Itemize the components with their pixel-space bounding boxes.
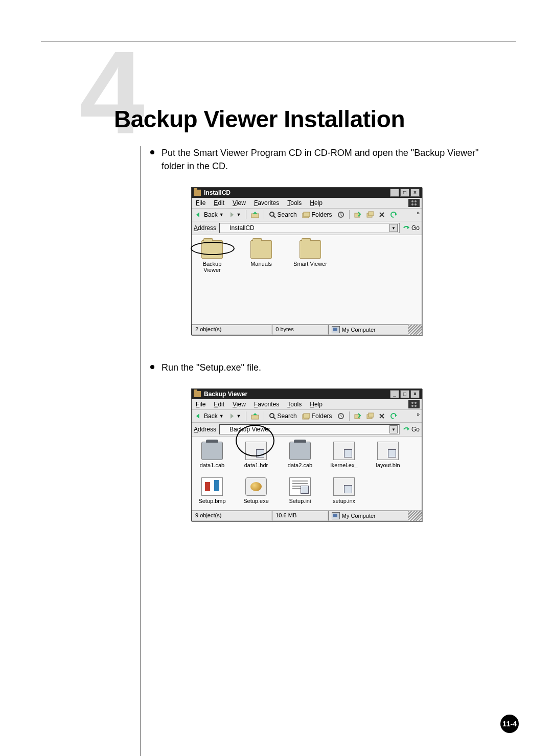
status-bar: 2 object(s) 0 bytes My Computer bbox=[192, 324, 422, 335]
windows-logo-icon bbox=[408, 199, 420, 207]
delete-button[interactable] bbox=[377, 413, 386, 420]
minimize-button[interactable]: _ bbox=[390, 390, 399, 398]
svg-line-11 bbox=[273, 417, 275, 419]
close-button[interactable]: × bbox=[410, 189, 420, 197]
up-button[interactable] bbox=[249, 211, 261, 219]
my-computer-icon bbox=[332, 512, 340, 519]
forward-dropdown-icon[interactable]: ▼ bbox=[237, 414, 241, 419]
bmp-icon bbox=[201, 477, 223, 496]
file-item-layout-bin[interactable]: Alayout.bin bbox=[371, 442, 405, 468]
forward-dropdown-icon[interactable]: ▼ bbox=[237, 212, 241, 217]
menu-file[interactable]: File bbox=[194, 199, 208, 207]
file-item-data1-hdr[interactable]: Adata1.hdr bbox=[239, 442, 273, 468]
address-folder-icon bbox=[221, 225, 227, 231]
generic-file-icon: A bbox=[245, 442, 267, 460]
move-to-button[interactable] bbox=[353, 211, 363, 219]
generic-file-icon: A bbox=[333, 442, 355, 460]
menu-tools[interactable]: Tools bbox=[285, 199, 304, 207]
close-button[interactable]: × bbox=[410, 390, 420, 398]
back-button[interactable]: Back ▼ bbox=[194, 412, 225, 420]
history-button[interactable] bbox=[336, 211, 346, 219]
file-item-ikernel-ex[interactable]: Aikernel.ex_ bbox=[327, 442, 361, 468]
back-dropdown-icon[interactable]: ▼ bbox=[219, 414, 224, 419]
file-item-setup-inx[interactable]: Asetup.inx bbox=[327, 477, 361, 504]
status-object-count: 9 object(s) bbox=[192, 511, 272, 521]
minimize-button[interactable]: _ bbox=[390, 189, 399, 197]
svg-rect-17 bbox=[369, 413, 374, 417]
undo-button[interactable] bbox=[388, 413, 399, 420]
history-button[interactable] bbox=[336, 412, 346, 420]
up-button[interactable] bbox=[249, 412, 261, 420]
file-item-setup-exe[interactable]: Setup.exe bbox=[239, 477, 273, 504]
address-field[interactable]: Backup Viewer ▼ bbox=[219, 424, 400, 434]
address-dropdown-icon[interactable]: ▼ bbox=[389, 425, 398, 433]
folder-item-manuals[interactable]: Manuals bbox=[244, 240, 279, 273]
delete-x-icon bbox=[379, 212, 385, 218]
window-title: Backup Viewer bbox=[204, 391, 247, 398]
file-item-setup-bmp[interactable]: Setup.bmp bbox=[195, 477, 229, 504]
forward-button[interactable]: ▼ bbox=[227, 413, 243, 420]
search-icon bbox=[269, 413, 276, 420]
file-label: Setup.bmp bbox=[195, 498, 229, 504]
resize-grip-icon[interactable] bbox=[408, 325, 422, 335]
folder-icon bbox=[300, 240, 321, 259]
maximize-button[interactable]: □ bbox=[400, 189, 409, 197]
file-pane[interactable]: Backup Viewer Manuals Smart Viewer bbox=[192, 235, 422, 324]
back-dropdown-icon[interactable]: ▼ bbox=[219, 212, 224, 217]
copy-to-button[interactable] bbox=[365, 412, 375, 420]
menu-file[interactable]: File bbox=[194, 400, 208, 408]
window-title: InstallCD bbox=[204, 189, 231, 196]
search-button[interactable]: Search bbox=[267, 211, 298, 219]
menu-edit[interactable]: Edit bbox=[212, 400, 226, 408]
back-button[interactable]: Back ▼ bbox=[194, 211, 225, 219]
folders-button[interactable]: Folders bbox=[301, 412, 334, 420]
menu-view[interactable]: View bbox=[231, 199, 248, 207]
folders-label: Folders bbox=[312, 413, 332, 420]
move-to-button[interactable] bbox=[353, 412, 363, 420]
windows-logo-icon bbox=[408, 400, 420, 408]
undo-button[interactable] bbox=[388, 211, 399, 218]
address-dropdown-icon[interactable]: ▼ bbox=[389, 224, 398, 232]
menu-favorites[interactable]: Favorites bbox=[252, 400, 281, 408]
folder-icon bbox=[201, 240, 223, 259]
maximize-button[interactable]: □ bbox=[400, 390, 409, 398]
file-item-setup-ini[interactable]: Setup.ini bbox=[283, 477, 317, 504]
file-item-data1-cab[interactable]: data1.cab bbox=[195, 442, 229, 468]
go-button[interactable]: Go bbox=[403, 224, 420, 232]
bullet-1: Put the Smart Viewer Program CD in CD-RO… bbox=[150, 146, 496, 173]
menu-view[interactable]: View bbox=[231, 400, 248, 408]
back-arrow-icon bbox=[195, 212, 202, 218]
toolbar-overflow[interactable]: » bbox=[416, 411, 421, 417]
folder-item-smart-viewer[interactable]: Smart Viewer bbox=[293, 240, 328, 273]
address-field[interactable]: InstallCD ▼ bbox=[219, 223, 400, 233]
history-icon bbox=[337, 211, 344, 218]
address-value: Backup Viewer bbox=[229, 426, 270, 433]
search-button[interactable]: Search bbox=[267, 412, 298, 420]
toolbar: Back ▼ ▼ Search Folders bbox=[192, 209, 422, 221]
menu-help[interactable]: Help bbox=[308, 199, 325, 207]
folder-item-backup-viewer[interactable]: Backup Viewer bbox=[195, 240, 229, 273]
menu-tools[interactable]: Tools bbox=[285, 400, 304, 408]
cab-icon bbox=[201, 442, 223, 460]
file-label: data1.cab bbox=[195, 462, 229, 468]
address-folder-icon bbox=[221, 427, 227, 432]
forward-button[interactable]: ▼ bbox=[227, 211, 243, 218]
menu-favorites[interactable]: Favorites bbox=[252, 199, 281, 207]
file-label: data2.cab bbox=[283, 462, 317, 468]
menu-help[interactable]: Help bbox=[308, 400, 325, 408]
folders-button[interactable]: Folders bbox=[301, 211, 334, 219]
menu-bar: File Edit View Favorites Tools Help bbox=[192, 399, 422, 410]
go-label: Go bbox=[411, 224, 420, 232]
menu-edit[interactable]: Edit bbox=[212, 199, 226, 207]
toolbar-overflow[interactable]: » bbox=[416, 210, 421, 216]
copy-to-icon bbox=[366, 413, 374, 420]
resize-grip-icon[interactable] bbox=[408, 511, 422, 521]
file-pane[interactable]: data1.cab Adata1.hdr data2.cab Aikernel.… bbox=[192, 437, 422, 510]
history-icon bbox=[337, 413, 344, 420]
go-button[interactable]: Go bbox=[403, 426, 420, 433]
delete-button[interactable] bbox=[377, 211, 386, 218]
file-item-data2-cab[interactable]: data2.cab bbox=[283, 442, 317, 468]
svg-rect-0 bbox=[251, 214, 259, 218]
svg-rect-8 bbox=[369, 212, 374, 216]
copy-to-button[interactable] bbox=[365, 211, 375, 219]
